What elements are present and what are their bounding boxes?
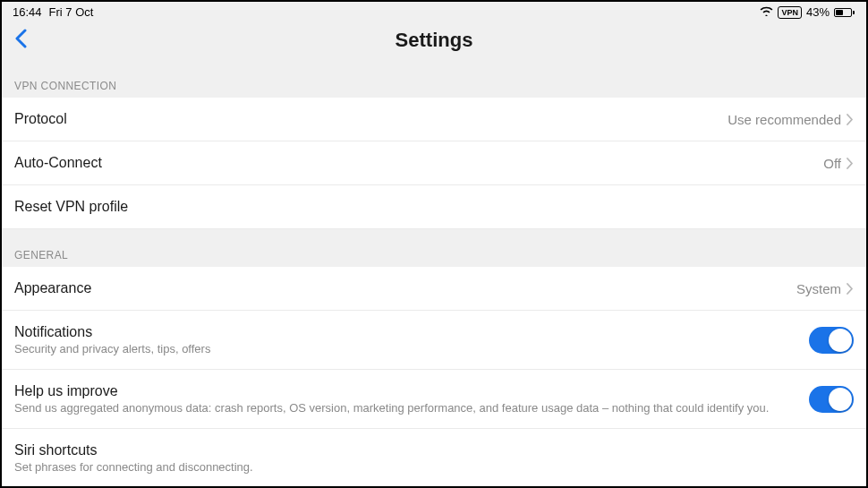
- vpn-badge: VPN: [778, 6, 802, 19]
- chevron-right-icon: [847, 114, 854, 125]
- row-help-improve-subtitle: Send us aggregated anonymous data: crash…: [14, 401, 809, 415]
- section-header-vpn: VPN CONNECTION: [2, 60, 866, 98]
- row-notifications-subtitle: Security and privacy alerts, tips, offer…: [14, 342, 809, 355]
- row-protocol-value: Use recommended: [728, 112, 841, 127]
- help-improve-toggle[interactable]: [809, 386, 854, 413]
- page-title: Settings: [396, 29, 473, 52]
- row-siri-subtitle: Set phrases for connecting and disconnec…: [14, 460, 854, 474]
- row-appearance-value: System: [796, 281, 841, 296]
- row-reset-vpn-title: Reset VPN profile: [14, 199, 854, 215]
- battery-icon: [834, 7, 855, 18]
- row-notifications-title: Notifications: [14, 324, 809, 340]
- header: Settings: [2, 21, 866, 60]
- chevron-left-icon: [14, 29, 27, 48]
- section-header-general: GENERAL: [2, 229, 866, 267]
- row-auto-connect[interactable]: Auto-Connect Off: [2, 141, 866, 185]
- row-help-improve-title: Help us improve: [14, 383, 809, 399]
- status-time: 16:44: [13, 5, 42, 19]
- status-date: Fri 7 Oct: [49, 5, 94, 19]
- row-appearance-title: Appearance: [14, 280, 796, 296]
- row-auto-connect-title: Auto-Connect: [14, 155, 823, 171]
- row-auto-connect-value: Off: [823, 156, 841, 171]
- row-siri-title: Siri shortcuts: [14, 442, 854, 458]
- row-protocol-title: Protocol: [14, 111, 728, 127]
- notifications-toggle[interactable]: [809, 327, 854, 354]
- chevron-right-icon: [847, 283, 854, 295]
- battery-percent: 43%: [806, 5, 830, 19]
- status-bar: 16:44 Fri 7 Oct VPN 43%: [2, 2, 866, 21]
- row-notifications: Notifications Security and privacy alert…: [2, 311, 866, 370]
- wifi-icon: [760, 5, 773, 19]
- row-help-improve: Help us improve Send us aggregated anony…: [2, 370, 866, 429]
- row-reset-vpn[interactable]: Reset VPN profile: [2, 185, 866, 229]
- row-appearance[interactable]: Appearance System: [2, 267, 866, 311]
- back-button[interactable]: [14, 29, 27, 52]
- row-siri-shortcuts[interactable]: Siri shortcuts Set phrases for connectin…: [2, 429, 866, 487]
- row-protocol[interactable]: Protocol Use recommended: [2, 98, 866, 141]
- chevron-right-icon: [847, 158, 854, 169]
